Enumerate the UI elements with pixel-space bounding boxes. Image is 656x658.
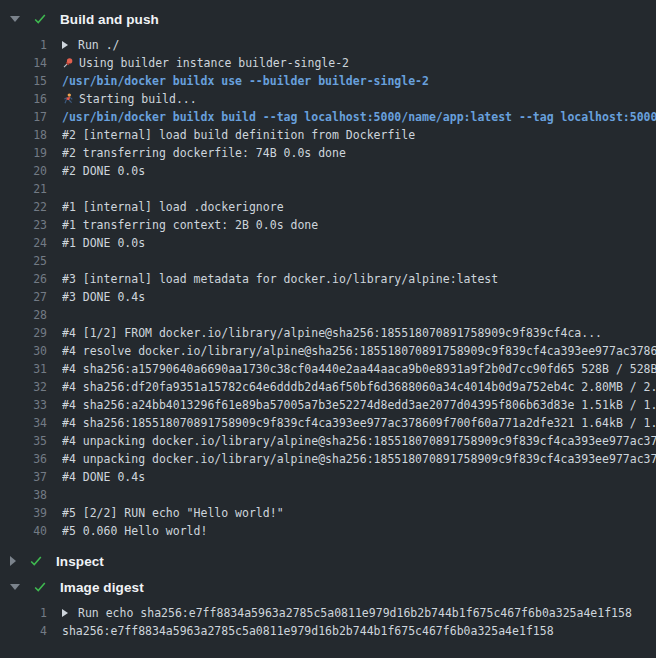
log-line: 35 #4 unpacking docker.io/library/alpine…	[0, 432, 656, 450]
line-number[interactable]: 30	[0, 342, 47, 360]
chevron-down-icon[interactable]	[10, 16, 20, 22]
line-number[interactable]: 37	[0, 468, 47, 486]
line-number[interactable]: 35	[0, 432, 47, 450]
log-text: #3 [internal] load metadata for docker.i…	[62, 270, 498, 288]
log-line: 28	[0, 306, 656, 324]
log-line: 22 #1 [internal] load .dockerignore	[0, 198, 656, 216]
log-line: 21	[0, 180, 656, 198]
log-text: #2 [internal] load build definition from…	[62, 126, 415, 144]
section-title: Inspect	[56, 554, 104, 569]
log-line: 24 #1 DONE 0.0s	[0, 234, 656, 252]
log-line: 37 #4 DONE 0.4s	[0, 468, 656, 486]
log-text: #3 DONE 0.4s	[62, 288, 145, 306]
line-number[interactable]: 31	[0, 360, 47, 378]
log-text: #4 resolve docker.io/library/alpine@sha2…	[62, 342, 656, 360]
log-text: #1 transferring context: 2B 0.0s done	[62, 216, 318, 234]
line-number[interactable]: 40	[0, 522, 47, 540]
line-number[interactable]: 16	[0, 90, 47, 108]
log-lines: 1 Run ./ 14 Using builder instance build…	[0, 36, 656, 540]
workflow-log-viewer: Build and push 1 Run ./ 14 Using builder…	[0, 0, 656, 640]
line-number[interactable]: 4	[0, 622, 47, 640]
log-text: #4 sha256:185518070891758909c9f839cf4ca3…	[62, 414, 656, 432]
log-text: #5 [2/2] RUN echo "Hello world!"	[62, 504, 284, 522]
line-number[interactable]: 22	[0, 198, 47, 216]
log-text: #4 DONE 0.4s	[62, 468, 145, 486]
log-text: #4 unpacking docker.io/library/alpine@sh…	[62, 432, 656, 450]
log-group-line[interactable]: 1 Run ./	[0, 36, 656, 54]
line-number[interactable]: 32	[0, 378, 47, 396]
log-line: 16 Starting build...	[0, 90, 656, 108]
log-text: #1 [internal] load .dockerignore	[62, 198, 284, 216]
log-text: Run echo sha256:e7ff8834a5963a2785c5a081…	[62, 604, 632, 622]
line-number[interactable]: 28	[0, 306, 47, 324]
line-number[interactable]: 14	[0, 54, 47, 72]
line-number[interactable]: 24	[0, 234, 47, 252]
chevron-right-icon[interactable]	[10, 556, 16, 566]
log-line: 23 #1 transferring context: 2B 0.0s done	[0, 216, 656, 234]
line-number[interactable]: 21	[0, 180, 47, 198]
runner-icon	[62, 93, 74, 105]
line-number[interactable]: 25	[0, 252, 47, 270]
log-text: #4 [1/2] FROM docker.io/library/alpine@s…	[62, 324, 602, 342]
line-number[interactable]: 29	[0, 324, 47, 342]
line-number[interactable]: 34	[0, 414, 47, 432]
check-icon	[33, 580, 47, 594]
chevron-down-icon[interactable]	[10, 584, 20, 590]
check-icon	[29, 554, 43, 568]
log-text: #2 DONE 0.0s	[62, 162, 145, 180]
log-text: #4 sha256:a15790640a6690aa1730c38cf0a440…	[62, 360, 656, 378]
log-text: Using builder instance builder-single-2	[62, 54, 349, 72]
log-line: 38	[0, 486, 656, 504]
log-line: 40 #5 0.060 Hello world!	[0, 522, 656, 540]
log-text: #5 0.060 Hello world!	[62, 522, 207, 540]
line-number[interactable]: 39	[0, 504, 47, 522]
line-number[interactable]: 27	[0, 288, 47, 306]
log-line: 32 #4 sha256:df20fa9351a15782c64e6dddb2d…	[0, 378, 656, 396]
line-number[interactable]: 36	[0, 450, 47, 468]
play-icon[interactable]	[62, 41, 68, 49]
log-line: 29 #4 [1/2] FROM docker.io/library/alpin…	[0, 324, 656, 342]
log-line: 18 #2 [internal] load build definition f…	[0, 126, 656, 144]
log-line: 36 #4 unpacking docker.io/library/alpine…	[0, 450, 656, 468]
log-text: #4 unpacking docker.io/library/alpine@sh…	[62, 450, 656, 468]
log-line: 31 #4 sha256:a15790640a6690aa1730c38cf0a…	[0, 360, 656, 378]
line-number[interactable]: 15	[0, 72, 47, 90]
line-number[interactable]: 33	[0, 396, 47, 414]
log-line: 30 #4 resolve docker.io/library/alpine@s…	[0, 342, 656, 360]
log-line: 20 #2 DONE 0.0s	[0, 162, 656, 180]
log-text: sha256:e7ff8834a5963a2785c5a0811e979d16b…	[62, 622, 554, 640]
log-text: Starting build...	[62, 90, 197, 108]
log-line: 26 #3 [internal] load metadata for docke…	[0, 270, 656, 288]
log-section: Image digest 1 Run echo sha256:e7ff8834a…	[0, 574, 656, 640]
line-number[interactable]: 17	[0, 108, 47, 126]
log-group-line[interactable]: 1 Run echo sha256:e7ff8834a5963a2785c5a0…	[0, 604, 656, 622]
section-header[interactable]: Inspect	[0, 548, 656, 574]
log-text: #4 sha256:a24bb4013296f61e89ba57005a7b3e…	[62, 396, 656, 414]
line-number[interactable]: 23	[0, 216, 47, 234]
log-line: 14 Using builder instance builder-single…	[0, 54, 656, 72]
log-text: #4 sha256:df20fa9351a15782c64e6dddb2d4a6…	[62, 378, 656, 396]
pin-icon	[62, 57, 74, 69]
log-line: 34 #4 sha256:185518070891758909c9f839cf4…	[0, 414, 656, 432]
line-number[interactable]: 26	[0, 270, 47, 288]
log-section: Build and push 1 Run ./ 14 Using builder…	[0, 6, 656, 540]
line-number[interactable]: 1	[0, 36, 47, 54]
section-title: Build and push	[60, 12, 159, 27]
line-number[interactable]: 38	[0, 486, 47, 504]
section-header[interactable]: Image digest	[0, 574, 656, 600]
log-line: 19 #2 transferring dockerfile: 74B 0.0s …	[0, 144, 656, 162]
section-header[interactable]: Build and push	[0, 6, 656, 32]
line-number[interactable]: 1	[0, 604, 47, 622]
log-line: 39 #5 [2/2] RUN echo "Hello world!"	[0, 504, 656, 522]
log-line: 33 #4 sha256:a24bb4013296f61e89ba57005a7…	[0, 396, 656, 414]
play-icon[interactable]	[62, 609, 68, 617]
log-line: 4 sha256:e7ff8834a5963a2785c5a0811e979d1…	[0, 622, 656, 640]
check-icon	[33, 12, 47, 26]
section-title: Image digest	[60, 580, 144, 595]
line-number[interactable]: 19	[0, 144, 47, 162]
line-number[interactable]: 20	[0, 162, 47, 180]
log-line: 15 /usr/bin/docker buildx use --builder …	[0, 72, 656, 90]
line-number[interactable]: 18	[0, 126, 47, 144]
log-lines: 1 Run echo sha256:e7ff8834a5963a2785c5a0…	[0, 604, 656, 640]
log-section: Inspect	[0, 548, 656, 574]
